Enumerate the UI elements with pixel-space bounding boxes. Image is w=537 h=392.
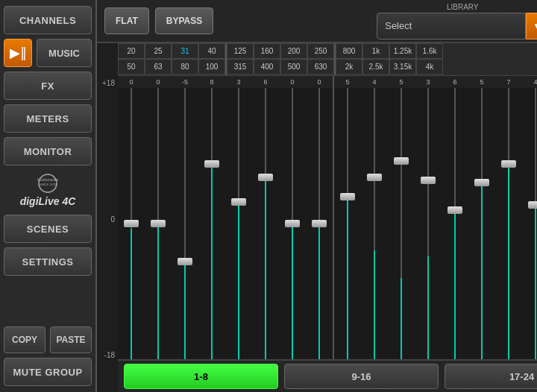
library-select[interactable]: Select [377, 13, 526, 39]
scenes-button[interactable]: SCENES [4, 215, 92, 243]
fader-250[interactable] [415, 88, 442, 359]
meters-button[interactable]: METERS [4, 104, 92, 133]
fader-40[interactable] [198, 88, 225, 359]
mid-fader-group [334, 88, 537, 359]
channel-tabs: 1-8 9-16 17-24 25-31 [118, 359, 537, 392]
fader-50[interactable] [225, 88, 252, 359]
freq-200: 200 [280, 43, 307, 59]
fader-20-fill [131, 224, 132, 359]
fader-125-knob[interactable] [340, 193, 355, 200]
fader-40-knob[interactable] [204, 160, 219, 168]
tab-17-24[interactable]: 17-24 [445, 364, 537, 389]
freq-160: 160 [254, 43, 280, 59]
fader-160-knob[interactable] [367, 174, 382, 181]
library-title: LIBRARY [447, 3, 479, 11]
fader-80-knob[interactable] [285, 220, 300, 227]
fader-250-knob[interactable] [421, 177, 436, 184]
eq-area: +18 0 -18 20 25 31 40 50 63 [97, 43, 537, 392]
freq-100: 100 [198, 59, 225, 75]
fader-31-fill [184, 262, 186, 359]
gain-160: 4 [361, 76, 388, 88]
gain-50: 3 [225, 76, 252, 88]
db-zero: 0 [110, 215, 115, 224]
fader-100[interactable] [306, 88, 333, 359]
monitor-button[interactable]: MONITOR [4, 137, 92, 165]
freq-630: 630 [307, 59, 334, 75]
fader-630[interactable] [522, 88, 537, 359]
gain-40: 8 [198, 76, 225, 88]
paste-button[interactable]: PASTE [50, 326, 92, 353]
freq-1_25k: 1.25k [389, 43, 416, 59]
fader-125[interactable] [334, 88, 361, 359]
freq-2_5k: 2.5k [362, 59, 389, 75]
mute-group-button[interactable]: MUTE GROUP [4, 358, 92, 386]
svg-text:SINCE 1975: SINCE 1975 [40, 183, 57, 186]
channels-button[interactable]: CHANNELS [4, 6, 92, 34]
fader-31-knob[interactable] [178, 258, 192, 265]
high-freq-bottom-row: 2k 2.5k 3.15k 4k [336, 59, 443, 75]
settings-button[interactable]: SETTINGS [4, 247, 92, 276]
fader-80-fill [292, 224, 293, 359]
fader-25[interactable] [145, 88, 172, 359]
fader-630-knob[interactable] [528, 201, 537, 209]
fader-31[interactable] [172, 88, 198, 359]
music-button[interactable]: MUSIC [37, 39, 92, 67]
logo-area: Studiomaster SINCE 1975 digiLive 4C [20, 173, 76, 207]
mid-freq-bottom-row: 315 400 500 630 [227, 59, 334, 75]
fader-500-knob[interactable] [501, 160, 516, 168]
high-freq-group-labels: 800 1k 1.25k 1.6k 2k 2.5k 3.15k 4k [336, 43, 443, 75]
freq-125: 125 [227, 43, 254, 59]
fx-button[interactable]: FX [4, 72, 92, 100]
tab-1-8-label: 1-8 [194, 371, 208, 382]
fader-160[interactable] [361, 88, 388, 359]
fader-200[interactable] [388, 88, 415, 359]
mid-freq-group-labels: 125 160 200 250 315 400 500 630 [227, 43, 336, 75]
high-freq-top-row: 800 1k 1.25k 1.6k [336, 43, 443, 59]
fader-50-fill [238, 202, 239, 359]
transport-row: ▶‖ MUSIC [4, 39, 92, 67]
low-freq-group-labels: 20 25 31 40 50 63 80 100 [118, 43, 227, 75]
fader-25-knob[interactable] [151, 220, 166, 227]
fader-315-knob[interactable] [448, 206, 462, 214]
fader-20[interactable] [118, 88, 145, 359]
fader-400-knob[interactable] [474, 179, 489, 186]
fader-400[interactable] [468, 88, 495, 359]
fader-80[interactable] [279, 88, 306, 359]
library-dropdown-button[interactable]: ▼ [526, 13, 537, 39]
fader-315[interactable] [442, 88, 468, 359]
mid-gain-labels: 5 4 5 3 6 5 7 4 [334, 76, 537, 88]
fader-20-knob[interactable] [124, 220, 139, 227]
tab-9-16[interactable]: 9-16 [284, 364, 439, 389]
sidebar: CHANNELS ▶‖ MUSIC FX METERS MONITOR Stud… [0, 0, 97, 392]
svg-text:Studiomaster: Studiomaster [37, 177, 58, 182]
freq-labels-area: 20 25 31 40 50 63 80 100 125 [118, 43, 537, 76]
gain-200: 5 [388, 76, 415, 88]
fader-500[interactable] [495, 88, 522, 359]
play-icon: ▶‖ [10, 45, 27, 61]
bypass-button[interactable]: BYPASS [155, 7, 213, 34]
freq-25: 25 [145, 43, 172, 59]
gain-125: 5 [334, 76, 361, 88]
fader-63[interactable] [252, 88, 279, 359]
db-plus18: +18 [102, 79, 115, 87]
fader-groups [118, 88, 537, 359]
copy-button[interactable]: COPY [4, 326, 45, 353]
fader-50-knob[interactable] [231, 198, 246, 206]
fader-63-knob[interactable] [258, 174, 273, 181]
freq-63: 63 [145, 59, 172, 75]
tab-1-8[interactable]: 1-8 [124, 364, 278, 389]
low-freq-top-row: 20 25 31 40 [118, 43, 225, 59]
low-gain-labels: 0 0 -5 8 3 6 0 0 [118, 76, 334, 88]
eq-bands-main: 20 25 31 40 50 63 80 100 125 [118, 43, 537, 392]
gain-labels-row: 0 0 -5 8 3 6 0 0 5 4 5 3 6 5 7 [118, 76, 537, 88]
fader-200-knob[interactable] [394, 157, 409, 165]
tab-9-16-label: 9-16 [351, 371, 371, 382]
fader-100-knob[interactable] [312, 220, 327, 227]
freq-40: 40 [198, 43, 225, 59]
freq-800: 800 [336, 43, 362, 59]
mid-freq-top-row: 125 160 200 250 [227, 43, 334, 59]
freq-1k: 1k [362, 43, 389, 59]
low-fader-group [118, 88, 334, 359]
flat-button[interactable]: FLAT [104, 7, 149, 34]
play-pause-button[interactable]: ▶‖ [4, 39, 32, 67]
